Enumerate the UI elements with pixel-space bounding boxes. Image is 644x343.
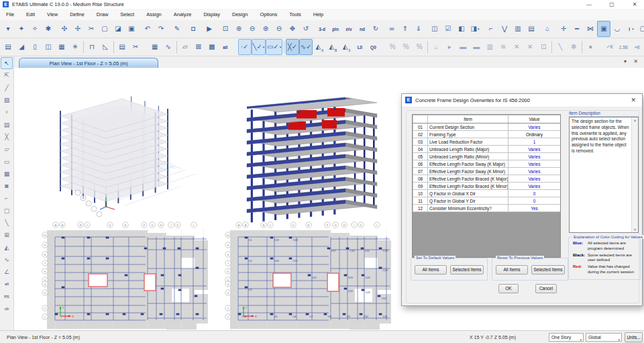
- save-model-button[interactable]: ▣: [125, 21, 138, 37]
- ok-button[interactable]: OK: [498, 284, 519, 293]
- display-options-button[interactable]: ◫: [428, 21, 441, 37]
- tab-list-caret-icon[interactable]: ▾: [624, 58, 627, 64]
- select-area-mode-button[interactable]: ▭✓▾: [266, 39, 282, 55]
- overwrite-row-10[interactable]: 10Q Factor in Global X Dir0: [413, 190, 561, 197]
- draw-frame-objects-button[interactable]: ⋁: [498, 21, 511, 37]
- draw-line-button[interactable]: ╱: [1, 82, 13, 94]
- idea-bulb-button[interactable]: ●: [584, 39, 597, 55]
- building-view-0-button[interactable]: ◭0: [339, 39, 353, 55]
- detailed-grid-zoom-button[interactable]: ▦: [148, 39, 162, 55]
- snap-grid-points-button[interactable]: ✦: [15, 21, 28, 37]
- overwrite-row-09[interactable]: 09Effective Length Factor Braced (K Mino…: [413, 183, 561, 190]
- cancel-button[interactable]: Cancel: [535, 284, 557, 293]
- assign-frame-button[interactable]: ━: [570, 21, 584, 37]
- menu-define[interactable]: Define: [64, 9, 91, 20]
- object-viewer-button[interactable]: ∞: [385, 21, 398, 37]
- units-button[interactable]: Units...: [625, 332, 643, 342]
- assign-joint-button[interactable]: ✛: [557, 21, 570, 37]
- draw-polygon-button[interactable]: ▱: [1, 143, 13, 155]
- extruded-3d-view[interactable]: [221, 67, 401, 223]
- clear-selection-button[interactable]: clr: [1, 303, 13, 315]
- dialog-titlebar[interactable]: E Concrete Frame Design Overwrites for I…: [402, 94, 642, 107]
- snap-line-ends-button[interactable]: ✧: [28, 21, 42, 37]
- draw-corner-button[interactable]: ⌐: [1, 192, 13, 204]
- load-case-l0-button[interactable]: L0: [353, 39, 366, 55]
- named-display-button[interactable]: nd: [356, 21, 369, 37]
- wireframe-3d-view[interactable]: [27, 68, 215, 225]
- overwrite-row-08[interactable]: 08Effective Length Factor Braced (K Majo…: [413, 175, 561, 183]
- overwrite-row-12[interactable]: 12Consider Minimum Eccentricity?Yes: [413, 205, 561, 212]
- scroll-down-icon[interactable]: ▼: [632, 228, 638, 232]
- draw-curve-button[interactable]: ∿: [1, 254, 13, 266]
- draw-wall-objects-button[interactable]: ▤: [525, 21, 538, 37]
- wall-panel-button[interactable]: ▯: [28, 39, 42, 55]
- tabular-data-button[interactable]: ⊠: [192, 39, 205, 55]
- building-library-button[interactable]: ⌂: [429, 39, 443, 55]
- draw-diagonal-button[interactable]: ╲: [1, 217, 13, 229]
- set-default-all-items-button[interactable]: All Items: [415, 265, 447, 275]
- dialog-close-icon[interactable]: ✕: [631, 97, 636, 103]
- show-all-button[interactable]: all: [219, 39, 232, 55]
- building-view-a-button[interactable]: ◭A: [313, 39, 326, 55]
- print-graphics-button[interactable]: ▤: [115, 39, 129, 55]
- snap-midpoints-button[interactable]: ✱: [42, 21, 55, 37]
- object-shade-button[interactable]: ◨▾: [468, 21, 482, 37]
- response-plot-button[interactable]: ∿: [162, 39, 175, 55]
- draw-window-button[interactable]: ⊞: [1, 229, 13, 241]
- snap-curves-toggle-button[interactable]: ∿✓: [299, 39, 313, 55]
- menu-options[interactable]: Options: [254, 9, 283, 20]
- lock-model-button[interactable]: ◘: [186, 21, 200, 37]
- snap-intersections-toggle-button[interactable]: ╳✓: [286, 39, 299, 55]
- frame-panel-button[interactable]: ◫: [42, 39, 55, 55]
- draw-pencil-button[interactable]: ✎: [170, 21, 184, 37]
- snip-button[interactable]: ✂: [129, 39, 142, 55]
- set-default-selected-items-button[interactable]: Selected Items: [450, 265, 484, 275]
- menu-file[interactable]: File: [0, 9, 20, 20]
- menu-assign[interactable]: Assign: [140, 9, 168, 20]
- import-beams-button[interactable]: ▤: [1, 39, 15, 55]
- select-line-mode-button[interactable]: ╲✓▾: [252, 39, 266, 55]
- overwrite-row-05[interactable]: 05Unbraced Length Ratio (Minor)Varies: [413, 153, 561, 160]
- reset-selected-items-button[interactable]: Selected Items: [531, 265, 565, 275]
- new-model-button[interactable]: ▢: [98, 21, 111, 37]
- move-up-in-list-button[interactable]: ⇑: [398, 21, 412, 37]
- draw-brace-button[interactable]: ╳: [1, 131, 13, 143]
- menu-help[interactable]: Help: [307, 9, 329, 20]
- grid-panel-button[interactable]: ▦: [55, 39, 68, 55]
- check-plan-button[interactable]: ▱: [178, 39, 192, 55]
- slab-stack-button[interactable]: ◢: [15, 39, 28, 55]
- section-i-beam-caret-icon[interactable]: ▾: [632, 27, 634, 31]
- overwrites-table[interactable]: Item Value 01Current Design SectionVarie…: [412, 114, 561, 258]
- snap-cut-button[interactable]: ✂: [85, 21, 98, 37]
- elevation-view-button[interactable]: elv: [342, 21, 356, 37]
- overwrite-row-04[interactable]: 04Unbraced Length Ratio (Major)Varies: [413, 146, 561, 153]
- draw-rect-button[interactable]: ▭: [1, 155, 13, 167]
- draw-dashed-region-button[interactable]: ▧: [1, 94, 13, 106]
- pan-button[interactable]: ✥: [286, 21, 299, 37]
- maximize-button[interactable]: ▢: [602, 0, 621, 9]
- draw-joint-objects-button[interactable]: ⌐: [484, 21, 498, 37]
- snap-intersections-button[interactable]: ✣: [58, 21, 71, 37]
- select-area-mode-caret-icon[interactable]: ▾: [280, 45, 282, 49]
- building-view-b-button[interactable]: ◭B: [326, 39, 339, 55]
- tab-close-icon[interactable]: ✕: [633, 58, 638, 64]
- reference-select[interactable]: Global▾: [586, 333, 622, 342]
- menu-design[interactable]: Design: [226, 9, 254, 20]
- select-all-cursor-button[interactable]: all: [1, 278, 13, 290]
- description-scrollbar[interactable]: ▲ ▼: [631, 117, 638, 232]
- load-case-q0-button[interactable]: Q0: [366, 39, 380, 55]
- menu-tools[interactable]: Tools: [283, 9, 307, 20]
- menu-edit[interactable]: Edit: [20, 9, 41, 20]
- draw-slab-rect-button[interactable]: ▦: [1, 168, 13, 180]
- overwrite-row-01[interactable]: 01Current Design SectionVaries: [413, 124, 561, 131]
- check-model-button[interactable]: ☑: [441, 21, 455, 37]
- section-rectangular-button[interactable]: ▢▾: [637, 21, 644, 37]
- plan-view-1[interactable]: AABCDEFGHIKL10987654321YX: [38, 216, 221, 332]
- snap-options-caret-button[interactable]: ▾: [1, 21, 15, 37]
- overwrite-row-06[interactable]: 06Effective Length Factor Sway (K Major)…: [413, 160, 561, 168]
- furniture-button[interactable]: ⊓: [85, 39, 99, 55]
- story-select[interactable]: One Story▾: [549, 333, 584, 342]
- open-model-button[interactable]: ◪: [111, 21, 125, 37]
- minimize-button[interactable]: —: [580, 0, 598, 9]
- menu-view[interactable]: View: [41, 9, 64, 20]
